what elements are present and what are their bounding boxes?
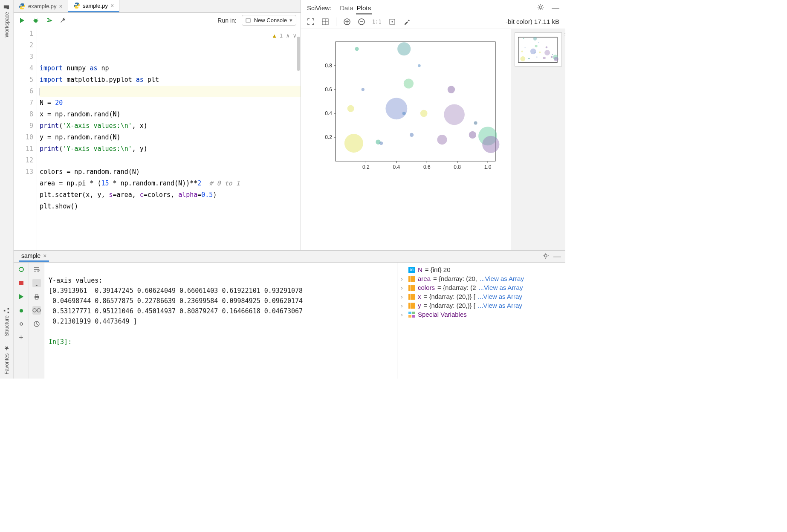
variable-row[interactable]: ›x = {ndarray: (20,)} [...View as Array xyxy=(399,292,564,301)
code-line[interactable]: print('X-axis values:\n', x) xyxy=(40,120,301,132)
thumbnail-close-button[interactable]: × xyxy=(564,31,565,38)
variable-name: area xyxy=(418,275,431,282)
code-line[interactable]: y = np.random.rand(N) xyxy=(40,132,301,143)
output-line-3: 0.53127771 0.95121046 0.45014937 0.80879… xyxy=(49,307,303,315)
code-area[interactable]: ▲ 1 ∧ ∨ import numpy as npimport matplot… xyxy=(37,28,301,250)
scrollbar-thumb[interactable] xyxy=(297,37,300,71)
favorites-tab[interactable]: Favorites ★ xyxy=(0,341,13,379)
run-button[interactable] xyxy=(18,16,26,25)
python-file-icon xyxy=(73,2,80,9)
svg-point-63 xyxy=(474,121,477,124)
svg-point-77 xyxy=(535,45,538,47)
run-cursor-button[interactable]: I▶ xyxy=(45,16,54,25)
file-tab-example-py[interactable]: example.py× xyxy=(14,0,68,12)
int-icon: 01 xyxy=(408,267,415,273)
fit-button[interactable] xyxy=(307,18,315,26)
view-as-array-link[interactable]: ...View as Array xyxy=(480,275,524,282)
close-icon[interactable]: × xyxy=(59,3,62,9)
scroll-end-button[interactable] xyxy=(32,279,41,287)
variables-pane[interactable]: 01N = {int} 20›area = {ndarray: (20,...V… xyxy=(397,263,565,379)
svg-rect-105 xyxy=(412,312,415,314)
view-as-array-link[interactable]: ...View as Array xyxy=(478,284,523,291)
svg-text:0.6: 0.6 xyxy=(325,87,332,93)
code-line[interactable]: plt.show() xyxy=(40,201,301,212)
close-icon[interactable]: × xyxy=(43,253,46,259)
code-line[interactable]: N = 20 xyxy=(40,97,301,109)
expand-icon[interactable]: › xyxy=(401,302,406,309)
run-settings-button[interactable] xyxy=(542,252,549,260)
code-line[interactable] xyxy=(40,86,301,97)
svg-point-101 xyxy=(37,309,41,312)
svg-line-17 xyxy=(538,9,539,9)
svg-point-65 xyxy=(482,136,499,153)
variable-row[interactable]: 01N = {int} 20 xyxy=(399,265,564,274)
debug-button[interactable] xyxy=(32,16,40,25)
code-line[interactable]: colors = np.random.rand(N) xyxy=(40,166,301,178)
inspection-prev-icon[interactable]: ∧ xyxy=(286,30,289,41)
code-scrollbar[interactable] xyxy=(296,28,301,250)
file-tab-sample-py[interactable]: sample.py× xyxy=(68,0,119,12)
variable-row[interactable]: ›y = {ndarray: (20,)} [...View as Array xyxy=(399,301,564,310)
svg-point-81 xyxy=(544,50,550,55)
code-line[interactable]: import numpy as np xyxy=(40,63,301,74)
code-line[interactable] xyxy=(40,155,301,166)
inspection-widget[interactable]: ▲ 1 ∧ ∨ xyxy=(273,30,296,41)
line-number: 5 xyxy=(14,74,33,86)
code-line[interactable]: print('Y-axis values:\n', y) xyxy=(40,143,301,155)
soft-wrap-button[interactable] xyxy=(32,265,41,274)
inspection-next-icon[interactable]: ∨ xyxy=(293,30,296,41)
sciview-tab-plots[interactable]: Plots xyxy=(356,3,372,14)
color-picker-button[interactable] xyxy=(403,18,411,26)
console-output[interactable]: Y-axis values: [0.3913961 0.39147245 0.6… xyxy=(44,263,397,379)
svg-point-70 xyxy=(521,50,523,52)
sciview-minimize-button[interactable]: — xyxy=(552,3,559,12)
code-line[interactable]: plt.scatter(x, y, s=area, c=colors, alph… xyxy=(40,189,301,201)
print-button[interactable] xyxy=(32,292,41,301)
stop-button[interactable] xyxy=(17,279,26,287)
close-icon[interactable]: × xyxy=(110,3,114,9)
zoom-out-button[interactable] xyxy=(358,18,365,26)
scroll-end-icon xyxy=(33,280,40,286)
view-as-array-link[interactable]: ...View as Array xyxy=(478,293,522,300)
variable-row[interactable]: ›Special Variables xyxy=(399,310,564,319)
restore-button[interactable] xyxy=(388,18,396,26)
output-label: Y-axis values: xyxy=(49,277,102,284)
code-line[interactable]: x = np.random.rand(N) xyxy=(40,109,301,120)
debug-button-2[interactable] xyxy=(17,306,26,315)
variable-row[interactable]: ›area = {ndarray: (20,...View as Array xyxy=(399,274,564,283)
editor-body[interactable]: 12345678910111213 ▲ 1 ∧ ∨ import numpy a… xyxy=(14,28,301,250)
workspace-tab[interactable]: Workspace xyxy=(0,0,13,42)
code-line[interactable]: import matplotlib.pyplot as plt xyxy=(40,74,301,86)
show-vars-button[interactable] xyxy=(32,306,41,315)
zoom-actual-button[interactable]: 1:1 xyxy=(372,18,382,26)
favorites-label: Favorites xyxy=(4,353,10,374)
file-tab-label: example.py xyxy=(28,3,56,9)
run-tab-sample[interactable]: sample × xyxy=(19,251,49,262)
eyedropper-icon xyxy=(403,18,410,25)
expand-icon[interactable]: › xyxy=(401,275,406,282)
expand-icon[interactable]: › xyxy=(401,284,406,291)
svg-text:0.4: 0.4 xyxy=(325,110,332,116)
sciview-tab-data[interactable]: Data xyxy=(339,3,354,14)
run-target-select[interactable]: + New Console ▾ xyxy=(242,15,296,26)
resume-button[interactable] xyxy=(17,292,26,301)
structure-tab[interactable]: Structure xyxy=(0,304,13,341)
settings-button[interactable] xyxy=(59,16,67,25)
gear-icon xyxy=(18,321,25,327)
variable-row[interactable]: ›colors = {ndarray: (2...View as Array xyxy=(399,283,564,292)
run-minimize-button[interactable]: — xyxy=(553,252,561,261)
plot-area[interactable]: 0.20.40.60.81.00.20.40.60.8 xyxy=(301,29,511,250)
sciview-settings-button[interactable] xyxy=(537,4,544,12)
code-line[interactable]: area = np.pi * (15 * np.random.rand(N))*… xyxy=(40,178,301,189)
plot-thumbnail[interactable]: × xyxy=(515,32,562,66)
variable-value: = {ndarray: (20,)} [ xyxy=(424,293,475,300)
grid-button[interactable] xyxy=(321,18,329,26)
zoom-in-button[interactable] xyxy=(343,18,351,26)
expand-icon[interactable]: › xyxy=(401,311,406,318)
history-button[interactable] xyxy=(32,320,41,328)
more-settings-button[interactable] xyxy=(17,320,26,328)
expand-icon[interactable]: › xyxy=(401,293,406,300)
add-button[interactable]: + xyxy=(17,333,26,342)
view-as-array-link[interactable]: ...View as Array xyxy=(478,302,522,309)
rerun-button[interactable] xyxy=(17,265,26,274)
